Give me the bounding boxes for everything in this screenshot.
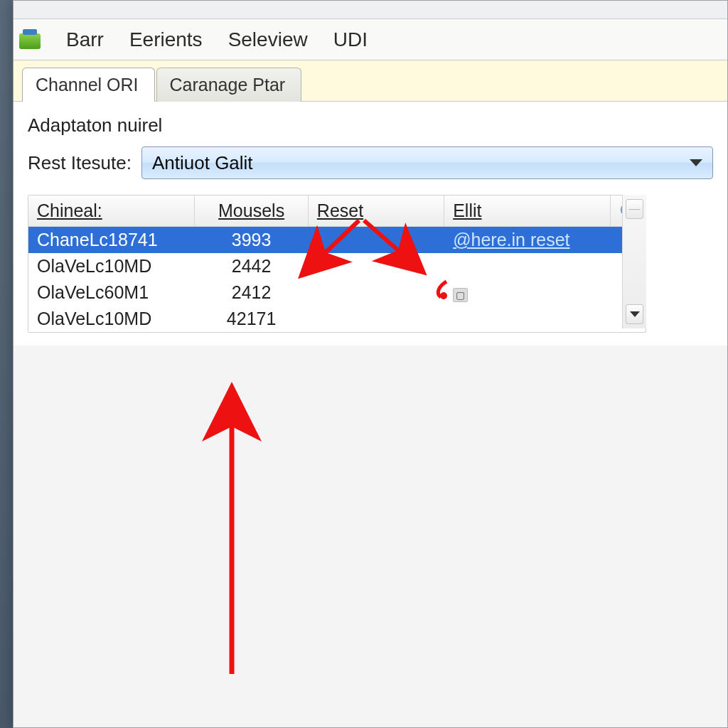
menu-eerients[interactable]: Eerients (127, 24, 205, 55)
badge-icon: ▢ (453, 288, 468, 302)
table-row[interactable]: OlaVeLc10MD 2442 (28, 253, 646, 279)
menu-udi[interactable]: UDI (331, 24, 370, 55)
cell-ellit (444, 306, 611, 332)
table-row[interactable]: OlaVeLc60M1 2412 ▢ (28, 279, 646, 306)
col-mousels[interactable]: Mousels (195, 196, 308, 227)
cell-mousels: 2442 (195, 253, 308, 279)
col-reset[interactable]: Reset (308, 196, 444, 227)
cell-reset (308, 279, 444, 306)
cell-mousels: 2412 (195, 279, 308, 306)
app-window: Barr Eerients Seleview UDI Channel ORI C… (13, 0, 728, 728)
dropdown-value: Antiuot Galit (152, 152, 253, 174)
cell-reset (308, 227, 444, 254)
cell-ellit: @here.in reset (444, 227, 611, 254)
cell-reset (308, 306, 444, 332)
menu-barr[interactable]: Barr (63, 24, 107, 55)
chevron-down-icon (690, 159, 702, 166)
cell-mousels: 42171 (195, 306, 308, 332)
table-container: Chineal: Mousels Reset Ellit ChaneLc1874… (28, 195, 713, 333)
tab-strip: Channel ORI Caranage Ptar (14, 60, 727, 102)
scroll-down-button[interactable] (626, 304, 643, 324)
cell-mousels: 3993 (195, 227, 308, 254)
rest-itesute-dropdown[interactable]: Antiuot Galit (141, 146, 713, 179)
app-icon (19, 29, 43, 50)
col-chineal[interactable]: Chineal: (28, 196, 195, 227)
cell-ellit (444, 253, 611, 279)
col-ellit[interactable]: Ellit (444, 196, 611, 227)
content-panel: Adaptaton nuirel Rest Itesute: Antiuot G… (14, 102, 727, 346)
tab-channel-ori[interactable]: Channel ORI (22, 68, 155, 102)
cell-chineal: OlaVeLc60M1 (28, 279, 195, 306)
section-title: Adaptaton nuirel (28, 114, 713, 136)
table-row[interactable]: OlaVeLc10MD 42171 (28, 306, 646, 332)
dropdown-row: Rest Itesute: Antiuot Galit (28, 146, 713, 179)
chevron-down-icon (630, 311, 640, 317)
menubar: Barr Eerients Seleview UDI (14, 19, 727, 60)
channel-table: Chineal: Mousels Reset Ellit ChaneLc1874… (28, 196, 646, 332)
scroll-up-button[interactable]: — (626, 199, 643, 219)
table-scrollbar[interactable]: — (622, 195, 646, 328)
cell-chineal: OlaVeLc10MD (28, 306, 195, 332)
menu-seleview[interactable]: Seleview (225, 24, 311, 55)
cell-chineal: ChaneLc18741 (28, 227, 195, 254)
cell-chineal: OlaVeLc10MD (28, 253, 195, 279)
cell-ellit: ▢ (444, 279, 611, 306)
tab-caranage-ptar[interactable]: Caranage Ptar (156, 68, 302, 102)
dropdown-label: Rest Itesute: (28, 152, 132, 174)
titlebar (14, 1, 727, 19)
cell-reset (308, 253, 444, 279)
table-row[interactable]: ChaneLc18741 3993 @here.in reset (28, 227, 646, 254)
